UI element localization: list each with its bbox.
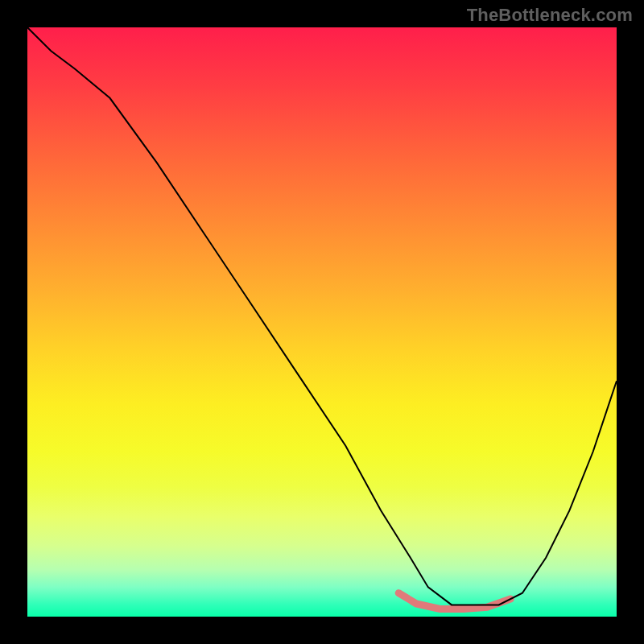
curve-svg [27, 27, 617, 617]
bottleneck-curve [27, 27, 617, 605]
chart-frame: TheBottleneck.com [0, 0, 644, 644]
watermark-text: TheBottleneck.com [467, 5, 633, 26]
highlight-curve [398, 593, 510, 609]
